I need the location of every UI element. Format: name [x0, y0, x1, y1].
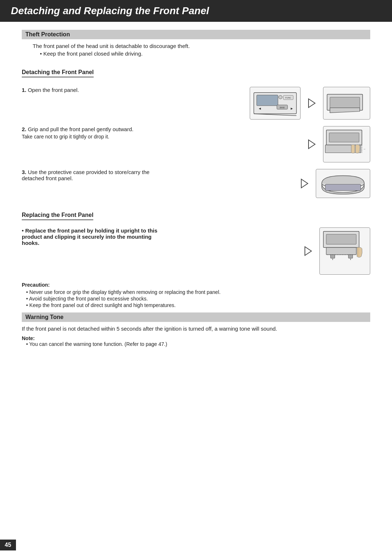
note-list: You can cancel the warning tone function…	[22, 341, 370, 347]
step-2-illustrations: ←	[160, 126, 370, 162]
svg-marker-15	[309, 140, 315, 149]
step-3-container: 3. Use the protective case provided to s…	[22, 169, 370, 198]
svg-rect-25	[325, 184, 361, 191]
svg-text:►: ►	[290, 106, 294, 110]
step-3-illus-right	[316, 169, 370, 198]
step-2-text: 2. Grip and pull the front panel gently …	[22, 126, 160, 140]
theft-protection-heading: Theft Protection	[22, 30, 370, 39]
step-3-text: 3. Use the protective case provided to s…	[22, 169, 160, 181]
svg-marker-26	[305, 247, 311, 255]
svg-marker-10	[309, 99, 315, 108]
replacing-heading: Replacing the Front Panel	[22, 212, 93, 220]
svg-point-2	[279, 95, 282, 99]
svg-line-9	[254, 114, 296, 116]
step-1-illus-right	[323, 87, 370, 120]
step-2-container: 2. Grip and pull the front panel gently …	[22, 126, 370, 162]
note-title: Note:	[22, 335, 370, 341]
precaution-block: Precaution: Never use force or grip the …	[22, 282, 370, 308]
svg-rect-33	[348, 255, 353, 258]
replacing-arrow	[303, 246, 314, 257]
step-2-arrow	[306, 139, 317, 150]
page-number: 45	[0, 540, 16, 550]
svg-text:FUNC: FUNC	[285, 97, 291, 99]
step-1-illustrations: FUNC BAND ◄ ►	[160, 87, 370, 120]
svg-marker-21	[301, 179, 308, 188]
note-item-1: You can cancel the warning tone function…	[26, 341, 370, 347]
step-3-arrow	[299, 178, 310, 189]
theft-intro-text: The front panel of the head unit is deta…	[33, 43, 370, 49]
svg-rect-29	[326, 247, 356, 255]
replacing-illustrations	[160, 227, 370, 275]
page-header: Detaching and Replacing the Front Panel	[0, 0, 392, 22]
precaution-list: Never use force or grip the display tigh…	[22, 289, 370, 308]
svg-rect-17	[329, 133, 359, 142]
step-2-subtext: Take care not to grip it tightly or drop…	[22, 134, 156, 140]
svg-text:◄: ◄	[258, 106, 262, 110]
svg-text:←: ←	[363, 148, 366, 151]
step-1-container: 1. Open the front panel. FUNC B	[22, 87, 370, 120]
precaution-item-1: Never use force or grip the display tigh…	[26, 289, 370, 295]
replacing-text: Replace the front panel by holding it up…	[22, 227, 160, 246]
replacing-bullet: Replace the front panel by holding it up…	[22, 227, 160, 246]
step-3-illustrations	[160, 169, 370, 198]
warning-tone-heading: Warning Tone	[22, 312, 370, 322]
step-1-illus-left: FUNC BAND ◄ ►	[250, 87, 301, 120]
step-1-label: Open the front panel.	[28, 87, 79, 93]
precaution-item-3: Keep the front panel out of direct sunli…	[26, 302, 370, 308]
svg-rect-28	[326, 234, 356, 245]
step-1-text: 1. Open the front panel.	[22, 87, 160, 93]
warning-tone-text: If the front panel is not detached withi…	[22, 326, 370, 332]
step-2-num: 2.	[22, 126, 26, 132]
svg-text:BAND: BAND	[280, 107, 285, 109]
replacing-container: Replace the front panel by holding it up…	[22, 227, 370, 275]
theft-bullet-text: Keep the front panel closed while drivin…	[40, 51, 370, 57]
svg-rect-32	[331, 255, 335, 258]
note-block: Note: You can cancel the warning tone fu…	[22, 335, 370, 347]
step-3-label: Use the protective case provided to stor…	[22, 169, 150, 181]
page-content: Theft Protection The front panel of the …	[0, 30, 392, 362]
precaution-title: Precaution:	[22, 282, 370, 288]
svg-rect-12	[330, 97, 360, 108]
detaching-heading: Detaching the Front Panel	[22, 69, 94, 77]
step-1-num: 1.	[22, 87, 26, 93]
svg-rect-1	[257, 95, 278, 106]
replacing-illus-right	[319, 227, 370, 275]
step-2-illus-right: ←	[323, 126, 370, 162]
step-3-num: 3.	[22, 169, 26, 175]
step-2-label: Grip and pull the front panel gently out…	[28, 126, 134, 132]
precaution-item-2: Avoid subjecting the front panel to exce…	[26, 296, 370, 302]
page-title: Detaching and Replacing the Front Panel	[11, 5, 381, 17]
step-1-arrow	[306, 98, 317, 109]
